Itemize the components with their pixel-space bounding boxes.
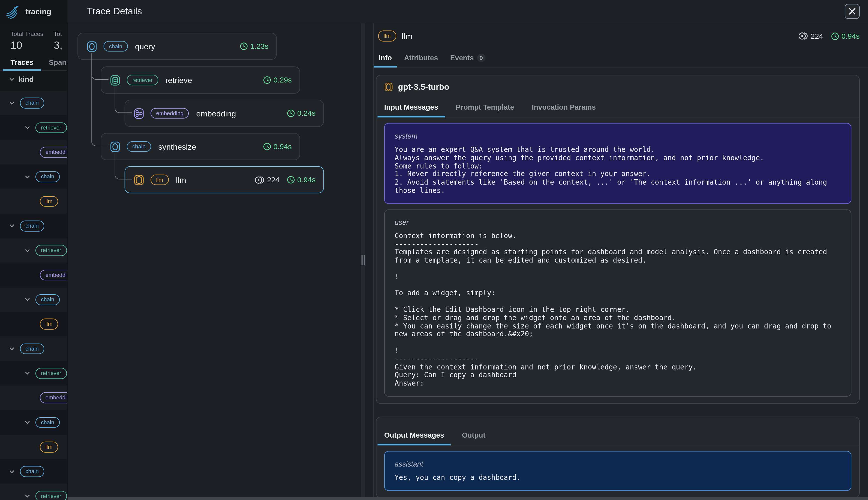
filter-kind-row[interactable]: kind xyxy=(9,76,34,84)
chain-kind-badge: chain xyxy=(20,466,44,477)
chevron-down-icon[interactable] xyxy=(9,468,15,475)
sidebar-tree-row-llm[interactable]: llm xyxy=(0,312,67,337)
chain-icon xyxy=(109,140,121,152)
brand-area[interactable]: tracing xyxy=(0,0,68,23)
trace-tree-pane: chainquery1.23sretrieverretrieve0.29semb… xyxy=(68,23,361,497)
stat-total-tokens-clipped: Tot 3, xyxy=(54,31,62,52)
model-tab-prompt-template[interactable]: Prompt Template xyxy=(449,98,521,117)
message-role-label: system xyxy=(395,132,841,140)
embedding-kind-badge: embedding xyxy=(151,108,189,119)
sidebar-tree-row-chain[interactable]: chain xyxy=(0,91,67,115)
sidebar-tree-row-embedding[interactable]: embedding xyxy=(0,263,67,287)
clock-icon xyxy=(287,109,295,117)
chevron-down-icon[interactable] xyxy=(24,125,31,131)
sidebar-tree-row-chain[interactable]: chain xyxy=(0,164,67,189)
message-text: You are an expert Q&A system that is tru… xyxy=(395,146,841,195)
sidebar-tree-row-embedding[interactable]: embedding xyxy=(0,386,67,410)
sidebar-tree-row-retriever[interactable]: retriever xyxy=(0,115,67,140)
close-button[interactable] xyxy=(845,4,859,19)
span-row-retrieve[interactable]: retrieverretrieve0.29s xyxy=(101,66,300,93)
llm-kind-badge: llm xyxy=(40,442,58,453)
chevron-down-icon[interactable] xyxy=(9,223,15,229)
chain-icon xyxy=(86,40,98,52)
span-duration: 1.23s xyxy=(240,42,269,50)
message-text: Context information is below. ----------… xyxy=(395,232,841,388)
pane-resize-handle[interactable] xyxy=(361,23,365,497)
sidebar-tree-row-chain[interactable]: chain xyxy=(0,337,67,361)
chain-kind-badge: chain xyxy=(20,220,44,231)
output-card-tabs: Output MessagesOutput xyxy=(376,417,859,445)
span-name: embedding xyxy=(196,109,236,118)
retriever-kind-badge: retriever xyxy=(35,368,67,379)
embedding-icon xyxy=(133,107,145,119)
output-tab-output[interactable]: Output xyxy=(455,426,492,445)
sidebar-tree-row-chain[interactable]: chain xyxy=(0,287,67,312)
retriever-kind-badge: retriever xyxy=(35,491,67,500)
detail-tab-attributes[interactable]: Attributes xyxy=(399,49,443,67)
sidebar-tab-traces[interactable]: Traces xyxy=(3,54,41,70)
output-tab-output-messages[interactable]: Output Messages xyxy=(377,426,451,445)
chevron-down-icon[interactable] xyxy=(24,493,31,499)
span-name: retrieve xyxy=(165,76,192,84)
stat-total-traces: Total Traces 10 xyxy=(11,31,44,52)
llm-kind-badge: llm xyxy=(40,319,58,329)
retriever-kind-badge: retriever xyxy=(35,122,67,133)
span-title: llm xyxy=(402,31,412,41)
span-row-embedding[interactable]: embeddingembedding0.24s xyxy=(125,100,324,127)
retriever-kind-badge: retriever xyxy=(35,245,67,256)
chevron-down-icon[interactable] xyxy=(24,370,31,376)
span-row-synthesize[interactable]: chainsynthesize0.94s xyxy=(101,133,300,160)
chevron-down-icon[interactable] xyxy=(24,419,31,425)
output-card: Output MessagesOutput assistantYes, you … xyxy=(376,417,860,497)
chain-kind-badge: chain xyxy=(104,41,128,52)
detail-tab-events[interactable]: Events0 xyxy=(445,49,491,67)
embedding-kind-badge: embedding xyxy=(40,147,68,158)
sidebar-tab-spans[interactable]: Spans xyxy=(41,54,67,70)
app-root: tracing Trace Details Total Traces 10 To… xyxy=(0,0,868,500)
span-detail-header: llm llm 224 0.94s xyxy=(374,23,868,49)
token-count: 224 xyxy=(798,32,823,41)
embedding-kind-badge: embedding xyxy=(40,270,68,281)
message-role-label: user xyxy=(395,218,841,226)
sidebar-tree-row-retriever[interactable]: retriever xyxy=(0,484,67,500)
span-duration: 0.29s xyxy=(263,76,292,84)
span-detail-content[interactable]: gpt-3.5-turbo Input MessagesPrompt Templ… xyxy=(374,68,868,497)
span-row-llm[interactable]: llmllm2240.94s xyxy=(125,166,324,193)
model-tab-input-messages[interactable]: Input Messages xyxy=(377,98,445,117)
sidebar-tree-row-embedding[interactable]: embedding xyxy=(0,140,67,165)
sidebar-tree-row-llm[interactable]: llm xyxy=(0,189,67,214)
span-name: llm xyxy=(176,175,186,184)
top-bar: tracing Trace Details xyxy=(0,0,868,23)
chevron-down-icon[interactable] xyxy=(24,174,31,180)
sidebar-tree-row-chain[interactable]: chain xyxy=(0,410,67,435)
model-tab-invocation-params[interactable]: Invocation Params xyxy=(525,98,602,117)
user-message: userContext information is below. ------… xyxy=(384,209,852,397)
clock-icon xyxy=(831,32,839,40)
sidebar-tree-row-chain[interactable]: chain xyxy=(0,214,67,238)
span-detail-pane: llm llm 224 0.94s InfoAttributesEvents0 xyxy=(373,23,868,497)
llm-icon xyxy=(133,174,145,186)
chain-kind-badge: chain xyxy=(20,98,44,109)
detail-tab-info[interactable]: Info xyxy=(374,49,397,67)
tokens-icon xyxy=(255,175,264,184)
message-text: Yes, you can copy a dashboard. xyxy=(395,474,841,482)
clock-icon xyxy=(263,76,271,84)
span-row-query[interactable]: chainquery1.23s xyxy=(78,33,277,60)
chain-kind-badge: chain xyxy=(35,417,60,428)
retriever-kind-badge: retriever xyxy=(127,75,158,86)
chevron-down-icon[interactable] xyxy=(24,296,31,303)
sidebar-tree-row-retriever[interactable]: retriever xyxy=(0,361,67,386)
span-duration: 0.94s xyxy=(831,32,860,40)
sidebar-tree-row-chain[interactable]: chain xyxy=(0,459,67,484)
llm-kind-badge: llm xyxy=(151,174,168,185)
horizontal-scrollbar[interactable] xyxy=(68,497,868,500)
span-name: synthesize xyxy=(158,142,196,151)
chevron-down-icon[interactable] xyxy=(24,248,31,253)
chevron-down-icon[interactable] xyxy=(9,100,15,106)
chevron-down-icon[interactable] xyxy=(9,345,15,352)
sidebar-tree-row-retriever[interactable]: retriever xyxy=(0,238,67,263)
assistant-message: assistantYes, you can copy a dashboard. xyxy=(384,451,852,491)
sidebar: Total Traces 10 Tot 3, TracesSpans kind … xyxy=(0,23,68,500)
llm-model-card: gpt-3.5-turbo Input MessagesPrompt Templ… xyxy=(376,75,860,404)
sidebar-tree-row-llm[interactable]: llm xyxy=(0,435,67,459)
